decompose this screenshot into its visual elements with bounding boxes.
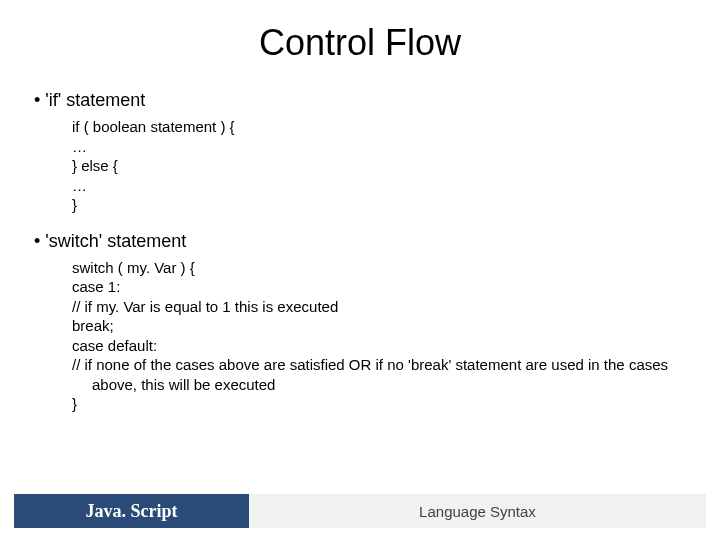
code-line: … xyxy=(72,176,700,196)
code-line: } xyxy=(72,394,700,414)
code-line: case 1: xyxy=(72,277,700,297)
code-line: … xyxy=(72,137,700,157)
code-line: case default: xyxy=(72,336,700,356)
code-line: // if my. Var is equal to 1 this is exec… xyxy=(72,297,700,317)
bullet-if: • 'if' statement xyxy=(28,90,700,111)
footer-right-label: Language Syntax xyxy=(249,494,706,528)
slide-content: • 'if' statement if ( boolean statement … xyxy=(0,90,720,414)
code-line: switch ( my. Var ) { xyxy=(72,258,700,278)
slide-title: Control Flow xyxy=(0,22,720,64)
code-line: // if none of the cases above are satisf… xyxy=(72,355,700,394)
if-code-block: if ( boolean statement ) { … } else { … … xyxy=(28,117,700,215)
code-line: if ( boolean statement ) { xyxy=(72,117,700,137)
code-line: } else { xyxy=(72,156,700,176)
footer-bar: Java. Script Language Syntax xyxy=(14,494,706,528)
code-line: break; xyxy=(72,316,700,336)
code-line: } xyxy=(72,195,700,215)
bullet-switch: • 'switch' statement xyxy=(28,231,700,252)
switch-code-block: switch ( my. Var ) { case 1: // if my. V… xyxy=(28,258,700,414)
footer-left-label: Java. Script xyxy=(14,494,249,528)
